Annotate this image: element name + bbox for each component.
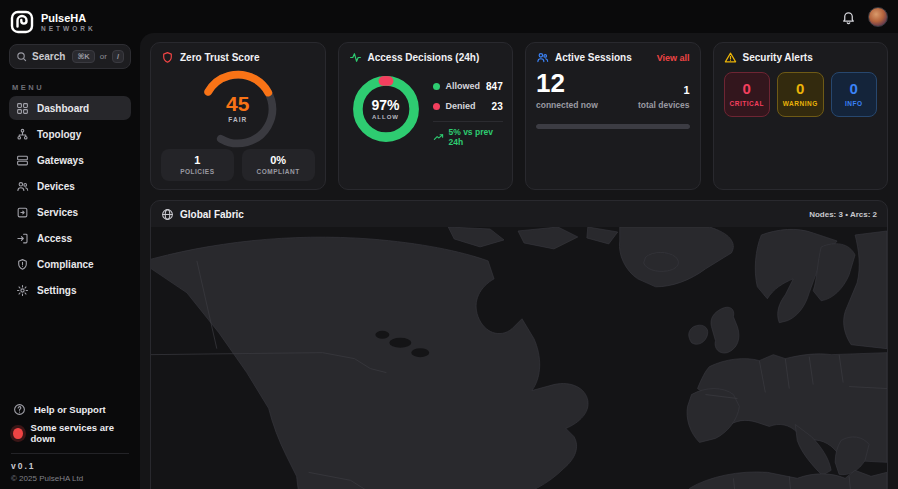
login-icon bbox=[16, 232, 29, 245]
sidebar-item-dashboard[interactable]: Dashboard bbox=[9, 96, 131, 120]
access-legend: Allowed 847 Denied 23 5% bbox=[433, 72, 503, 147]
sidebar-item-access[interactable]: Access bbox=[9, 226, 131, 250]
denied-value: 23 bbox=[492, 101, 503, 112]
service-status-label: Some services are down bbox=[31, 422, 127, 444]
connected-count: 12 bbox=[536, 70, 598, 96]
search-placeholder: Search bbox=[32, 51, 67, 62]
help-circle-icon bbox=[13, 403, 26, 416]
version-label: v0.1 bbox=[9, 461, 131, 471]
alert-boxes: 0 CRITICAL 0 WARNING 0 INFO bbox=[724, 72, 878, 117]
compliant-value: 0% bbox=[246, 154, 311, 166]
sessions-progress-fill bbox=[536, 124, 690, 129]
warning-triangle-icon bbox=[724, 51, 737, 64]
world-map-svg bbox=[151, 227, 887, 489]
sidebar-item-services[interactable]: Services bbox=[9, 200, 131, 224]
legend-divider bbox=[433, 121, 503, 122]
info-alert-box: 0 INFO bbox=[831, 72, 878, 117]
kpi-cards-row: Zero Trust Score 45 FAIR 1 POLICIES 0 bbox=[150, 42, 888, 190]
connected-label: connected now bbox=[536, 100, 598, 110]
access-decisions-title: Access Decisions (24h) bbox=[368, 52, 503, 63]
globe-icon bbox=[161, 208, 174, 221]
help-support-link[interactable]: Help or Support bbox=[9, 397, 131, 421]
sessions-progress-bar bbox=[536, 124, 690, 129]
access-decisions-card: Access Decisions (24h) 97% ALLOW bbox=[338, 42, 514, 190]
trend-row: 5% vs prev 24h bbox=[433, 127, 503, 147]
sidebar-nav: Dashboard Topology Gateways bbox=[9, 96, 131, 302]
world-map[interactable] bbox=[151, 227, 887, 489]
zero-trust-stats: 1 POLICIES 0% COMPLIANT bbox=[161, 149, 315, 181]
bell-icon[interactable] bbox=[841, 10, 856, 25]
critical-label: CRITICAL bbox=[727, 100, 768, 107]
sessions-users-icon bbox=[536, 51, 549, 64]
global-fabric-title: Global Fabric bbox=[180, 209, 803, 220]
user-avatar[interactable] bbox=[868, 7, 888, 27]
search-icon bbox=[16, 51, 27, 62]
view-all-link[interactable]: View all bbox=[657, 53, 690, 63]
sidebar-item-label: Dashboard bbox=[37, 103, 89, 114]
shortcut-cmd-k: ⌘K bbox=[72, 50, 94, 63]
active-sessions-title: Active Sessions bbox=[555, 52, 651, 63]
brand-subtitle: NETWORK bbox=[41, 25, 96, 32]
legend-row-allowed: Allowed 847 bbox=[433, 76, 503, 96]
policies-stat: 1 POLICIES bbox=[161, 149, 234, 181]
sidebar-item-gateways[interactable]: Gateways bbox=[9, 148, 131, 172]
help-support-label: Help or Support bbox=[34, 404, 106, 415]
gauge-score-value: 45 bbox=[226, 93, 249, 114]
gauge-rating-label: FAIR bbox=[228, 116, 247, 123]
denied-label: Denied bbox=[446, 101, 486, 111]
box-icon bbox=[16, 206, 29, 219]
sidebar-item-label: Topology bbox=[37, 129, 81, 140]
sidebar-item-settings[interactable]: Settings bbox=[9, 278, 131, 302]
info-count: 0 bbox=[834, 81, 875, 96]
allowed-value: 847 bbox=[486, 81, 503, 92]
active-sessions-card: Active Sessions View all 12 connected no… bbox=[525, 42, 701, 190]
compliant-stat: 0% COMPLIANT bbox=[242, 149, 315, 181]
main-panel: Zero Trust Score 45 FAIR 1 POLICIES 0 bbox=[140, 33, 898, 489]
activity-icon bbox=[349, 51, 362, 64]
critical-alert-box: 0 CRITICAL bbox=[724, 72, 771, 117]
sidebar-item-label: Gateways bbox=[37, 155, 84, 166]
access-decisions-donut: 97% ALLOW bbox=[349, 72, 423, 146]
total-devices-label: total devices bbox=[638, 100, 690, 110]
warning-alert-box: 0 WARNING bbox=[777, 72, 824, 117]
topology-icon bbox=[16, 128, 29, 141]
users-icon bbox=[16, 180, 29, 193]
warning-count: 0 bbox=[780, 81, 821, 96]
sidebar-item-topology[interactable]: Topology bbox=[9, 122, 131, 146]
shortcut-slash: / bbox=[112, 50, 124, 63]
brand-name: PulseHA bbox=[41, 12, 96, 25]
sidebar-divider bbox=[11, 453, 129, 454]
gear-icon bbox=[16, 284, 29, 297]
pulseha-dashboard: { "brand": { "name": "PulseHA", "subtitl… bbox=[0, 0, 898, 489]
security-alerts-title: Security Alerts bbox=[743, 52, 878, 63]
security-alerts-card: Security Alerts 0 CRITICAL 0 WARNING 0 I… bbox=[713, 42, 889, 190]
menu-section-label: MENU bbox=[12, 83, 131, 92]
policies-value: 1 bbox=[165, 154, 230, 166]
shield-icon bbox=[16, 258, 29, 271]
shield-alert-icon bbox=[161, 51, 174, 64]
pulseha-logo-icon bbox=[10, 10, 34, 34]
trend-text: 5% vs prev 24h bbox=[449, 127, 503, 147]
donut-percent: 97% bbox=[371, 98, 399, 112]
sidebar-item-label: Settings bbox=[37, 285, 76, 296]
global-fabric-card: Global Fabric Nodes: 3 • Arcs: 2 bbox=[150, 200, 888, 489]
sidebar-item-devices[interactable]: Devices bbox=[9, 174, 131, 198]
trending-up-icon bbox=[433, 132, 444, 143]
sidebar: PulseHA NETWORK Search ⌘K or / MENU Dash… bbox=[0, 0, 140, 489]
sidebar-item-compliance[interactable]: Compliance bbox=[9, 252, 131, 276]
zero-trust-gauge: 45 FAIR bbox=[195, 66, 281, 148]
sidebar-item-label: Services bbox=[37, 207, 78, 218]
grid-icon bbox=[16, 102, 29, 115]
service-status-link[interactable]: Some services are down bbox=[9, 421, 131, 445]
sidebar-spacer bbox=[9, 302, 131, 397]
denied-dot-icon bbox=[433, 103, 440, 110]
copyright-label: © 2025 PulseHA Ltd bbox=[9, 471, 131, 483]
server-icon bbox=[16, 154, 29, 167]
donut-label: ALLOW bbox=[372, 114, 399, 120]
zero-trust-card: Zero Trust Score 45 FAIR 1 POLICIES 0 bbox=[150, 42, 326, 190]
allowed-label: Allowed bbox=[446, 81, 481, 91]
search-input[interactable]: Search ⌘K or / bbox=[9, 44, 131, 69]
shortcut-or-label: or bbox=[100, 52, 107, 61]
nodes-arcs-meta: Nodes: 3 • Arcs: 2 bbox=[809, 210, 877, 219]
compliant-label: COMPLIANT bbox=[246, 168, 311, 175]
